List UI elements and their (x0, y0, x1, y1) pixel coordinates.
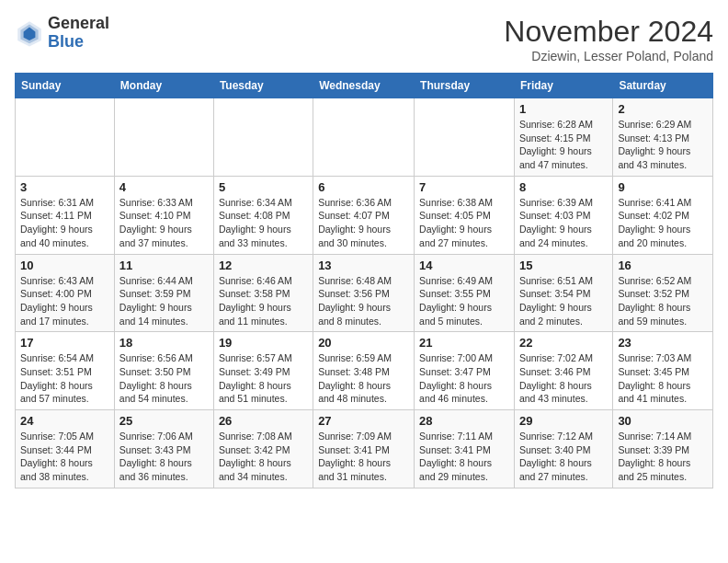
day-info: Sunrise: 6:46 AMSunset: 3:58 PMDaylight:… (219, 274, 308, 328)
day-info: Sunrise: 7:06 AMSunset: 3:43 PMDaylight:… (119, 430, 209, 484)
logo-text: General Blue (48, 15, 109, 52)
weekday-row: SundayMondayTuesdayWednesdayThursdayFrid… (16, 74, 713, 98)
calendar-week-row: 24Sunrise: 7:05 AMSunset: 3:44 PMDayligh… (16, 410, 713, 488)
calendar-cell: 30Sunrise: 7:14 AMSunset: 3:39 PMDayligh… (613, 410, 713, 488)
day-number: 28 (419, 414, 509, 428)
day-number: 5 (219, 180, 308, 194)
calendar-cell (16, 98, 115, 177)
calendar-week-row: 1Sunrise: 6:28 AMSunset: 4:15 PMDaylight… (16, 98, 713, 177)
day-info: Sunrise: 6:31 AMSunset: 4:11 PMDaylight:… (20, 196, 109, 250)
day-number: 26 (219, 414, 308, 428)
calendar-cell: 10Sunrise: 6:43 AMSunset: 4:00 PMDayligh… (16, 254, 115, 332)
day-number: 4 (119, 180, 209, 194)
calendar-cell: 27Sunrise: 7:09 AMSunset: 3:41 PMDayligh… (313, 410, 415, 488)
day-number: 11 (119, 259, 209, 272)
calendar-cell: 25Sunrise: 7:06 AMSunset: 3:43 PMDayligh… (114, 410, 213, 488)
day-info: Sunrise: 6:34 AMSunset: 4:08 PMDaylight:… (219, 196, 308, 250)
calendar-cell: 28Sunrise: 7:11 AMSunset: 3:41 PMDayligh… (415, 410, 515, 488)
day-number: 18 (119, 336, 209, 350)
weekday-header: Friday (514, 74, 612, 98)
calendar-cell: 22Sunrise: 7:02 AMSunset: 3:46 PMDayligh… (514, 332, 612, 410)
day-number: 25 (119, 414, 209, 428)
day-number: 2 (618, 102, 708, 116)
calendar-header: SundayMondayTuesdayWednesdayThursdayFrid… (16, 74, 713, 98)
weekday-header: Tuesday (213, 74, 313, 98)
day-number: 17 (20, 336, 109, 350)
calendar-body: 1Sunrise: 6:28 AMSunset: 4:15 PMDaylight… (16, 98, 713, 488)
title-area: November 2024 Dziewin, Lesser Poland, Po… (504, 15, 713, 63)
weekday-header: Thursday (415, 74, 515, 98)
calendar-cell (313, 98, 415, 177)
calendar-cell (415, 98, 515, 177)
day-info: Sunrise: 6:28 AMSunset: 4:15 PMDaylight:… (519, 118, 608, 172)
calendar-cell: 12Sunrise: 6:46 AMSunset: 3:58 PMDayligh… (213, 254, 313, 332)
day-info: Sunrise: 7:08 AMSunset: 3:42 PMDaylight:… (219, 430, 308, 484)
day-info: Sunrise: 7:11 AMSunset: 3:41 PMDaylight:… (419, 430, 509, 484)
calendar-cell: 2Sunrise: 6:29 AMSunset: 4:13 PMDaylight… (613, 98, 713, 177)
day-number: 19 (219, 336, 308, 350)
calendar-cell: 15Sunrise: 6:51 AMSunset: 3:54 PMDayligh… (514, 254, 612, 332)
day-info: Sunrise: 6:51 AMSunset: 3:54 PMDaylight:… (519, 274, 608, 328)
day-info: Sunrise: 6:43 AMSunset: 4:00 PMDaylight:… (20, 274, 109, 328)
calendar-cell: 8Sunrise: 6:39 AMSunset: 4:03 PMDaylight… (514, 176, 612, 254)
day-number: 16 (618, 259, 708, 272)
weekday-header: Wednesday (313, 74, 415, 98)
calendar-cell: 26Sunrise: 7:08 AMSunset: 3:42 PMDayligh… (213, 410, 313, 488)
day-info: Sunrise: 6:48 AMSunset: 3:56 PMDaylight:… (318, 274, 409, 328)
day-number: 21 (419, 336, 509, 350)
calendar-table: SundayMondayTuesdayWednesdayThursdayFrid… (15, 73, 713, 488)
day-info: Sunrise: 7:03 AMSunset: 3:45 PMDaylight:… (618, 351, 708, 406)
day-info: Sunrise: 6:57 AMSunset: 3:49 PMDaylight:… (219, 351, 308, 406)
calendar-cell: 17Sunrise: 6:54 AMSunset: 3:51 PMDayligh… (16, 332, 115, 410)
day-number: 29 (519, 414, 608, 428)
day-info: Sunrise: 6:36 AMSunset: 4:07 PMDaylight:… (318, 196, 409, 250)
day-number: 1 (519, 102, 608, 116)
weekday-header: Monday (114, 74, 213, 98)
day-info: Sunrise: 6:49 AMSunset: 3:55 PMDaylight:… (419, 274, 509, 328)
day-number: 20 (318, 336, 409, 350)
day-info: Sunrise: 6:56 AMSunset: 3:50 PMDaylight:… (119, 351, 209, 406)
day-number: 15 (519, 259, 608, 272)
month-title: November 2024 (504, 15, 713, 49)
calendar-cell: 7Sunrise: 6:38 AMSunset: 4:05 PMDaylight… (415, 176, 515, 254)
page-header: General Blue November 2024 Dziewin, Less… (15, 15, 713, 63)
calendar-cell: 13Sunrise: 6:48 AMSunset: 3:56 PMDayligh… (313, 254, 415, 332)
calendar-cell: 18Sunrise: 6:56 AMSunset: 3:50 PMDayligh… (114, 332, 213, 410)
day-info: Sunrise: 6:39 AMSunset: 4:03 PMDaylight:… (519, 196, 608, 250)
day-info: Sunrise: 7:02 AMSunset: 3:46 PMDaylight:… (519, 351, 608, 406)
calendar-cell (213, 98, 313, 177)
calendar-cell: 1Sunrise: 6:28 AMSunset: 4:15 PMDaylight… (514, 98, 612, 177)
calendar-cell: 9Sunrise: 6:41 AMSunset: 4:02 PMDaylight… (613, 176, 713, 254)
location: Dziewin, Lesser Poland, Poland (504, 49, 713, 63)
day-number: 10 (20, 259, 109, 272)
day-info: Sunrise: 6:52 AMSunset: 3:52 PMDaylight:… (618, 274, 708, 328)
calendar-week-row: 10Sunrise: 6:43 AMSunset: 4:00 PMDayligh… (16, 254, 713, 332)
logo-icon (15, 18, 44, 48)
calendar-week-row: 3Sunrise: 6:31 AMSunset: 4:11 PMDaylight… (16, 176, 713, 254)
day-number: 9 (618, 180, 708, 194)
weekday-header: Sunday (16, 74, 115, 98)
calendar-week-row: 17Sunrise: 6:54 AMSunset: 3:51 PMDayligh… (16, 332, 713, 410)
calendar-cell (114, 98, 213, 177)
day-info: Sunrise: 6:44 AMSunset: 3:59 PMDaylight:… (119, 274, 209, 328)
calendar-cell: 20Sunrise: 6:59 AMSunset: 3:48 PMDayligh… (313, 332, 415, 410)
calendar-cell: 4Sunrise: 6:33 AMSunset: 4:10 PMDaylight… (114, 176, 213, 254)
day-number: 24 (20, 414, 109, 428)
day-number: 30 (618, 414, 708, 428)
day-info: Sunrise: 6:38 AMSunset: 4:05 PMDaylight:… (419, 196, 509, 250)
calendar-cell: 16Sunrise: 6:52 AMSunset: 3:52 PMDayligh… (613, 254, 713, 332)
calendar-cell: 3Sunrise: 6:31 AMSunset: 4:11 PMDaylight… (16, 176, 115, 254)
calendar-cell: 14Sunrise: 6:49 AMSunset: 3:55 PMDayligh… (415, 254, 515, 332)
day-info: Sunrise: 6:41 AMSunset: 4:02 PMDaylight:… (618, 196, 708, 250)
weekday-header: Saturday (613, 74, 713, 98)
day-number: 23 (618, 336, 708, 350)
calendar-cell: 24Sunrise: 7:05 AMSunset: 3:44 PMDayligh… (16, 410, 115, 488)
day-number: 14 (419, 259, 509, 272)
day-info: Sunrise: 7:09 AMSunset: 3:41 PMDaylight:… (318, 430, 409, 484)
calendar-cell: 19Sunrise: 6:57 AMSunset: 3:49 PMDayligh… (213, 332, 313, 410)
day-number: 7 (419, 180, 509, 194)
calendar-cell: 21Sunrise: 7:00 AMSunset: 3:47 PMDayligh… (415, 332, 515, 410)
day-number: 8 (519, 180, 608, 194)
day-info: Sunrise: 7:14 AMSunset: 3:39 PMDaylight:… (618, 430, 708, 484)
day-info: Sunrise: 6:59 AMSunset: 3:48 PMDaylight:… (318, 351, 409, 406)
